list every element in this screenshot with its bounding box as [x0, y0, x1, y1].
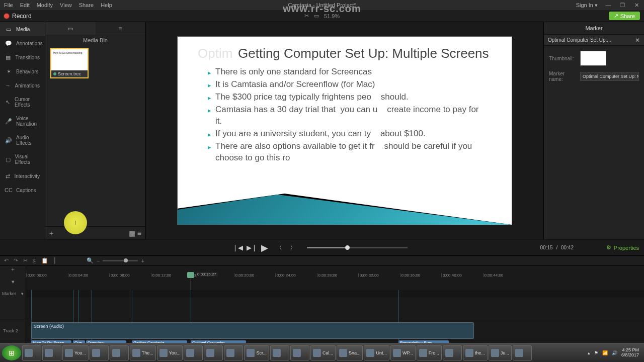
sidebar-item-audio-effects[interactable]: 🔊Audio Effects [0, 131, 45, 150]
canvas-slide[interactable]: Optim Getting Computer Set Up: Multiple … [178, 37, 512, 225]
playhead[interactable]: 0:00:15;27 [191, 273, 191, 290]
taskbar-item[interactable]: the... [463, 345, 488, 360]
undo-button[interactable]: ↶ [4, 257, 9, 264]
taskbar-item[interactable]: Unt... [364, 345, 389, 360]
add-track-button[interactable]: + [0, 266, 26, 273]
sidebar-item-animations[interactable]: →Animations [0, 78, 45, 93]
paste-button[interactable]: 📋 [41, 257, 48, 264]
sidebar-item-behaviors[interactable]: ✶Behaviors [0, 64, 45, 78]
props-close-button[interactable]: ✕ [631, 37, 644, 44]
sidebar-item-captions[interactable]: CCCaptions [0, 183, 45, 197]
taskbar-item[interactable]: You... [62, 345, 89, 360]
menu-modify[interactable]: Modify [37, 2, 53, 8]
taskbar-item[interactable]: Ju... [489, 345, 512, 360]
app-icon [92, 349, 100, 357]
menu-view[interactable]: View [60, 2, 72, 8]
list-view-button[interactable]: ≡ [137, 229, 141, 237]
play-button[interactable]: ▶ [261, 242, 269, 253]
taskbar-item[interactable]: The... [130, 345, 156, 360]
sidebar-item-cursor-effects[interactable]: ↖Cursor Effects [0, 93, 45, 112]
app-icon [65, 349, 73, 357]
prev-frame-button[interactable]: ❘◀ [232, 244, 240, 251]
mediabin-tab-library[interactable]: ≡ [96, 22, 146, 35]
window-title: Camtasia - Untitled Project* [288, 2, 356, 8]
taskbar-item[interactable]: Scr... [244, 345, 269, 360]
system-tray[interactable]: ▴ ⚑ 📶 🔊 4:25 PM 6/8/2017 [588, 348, 642, 358]
sidebar-item-media[interactable]: ▭Media [0, 22, 45, 36]
behaviors-icon: ✶ [5, 68, 12, 74]
close-button[interactable]: ✕ [633, 2, 640, 9]
app-icon [366, 349, 374, 357]
sidebar-item-visual-effects[interactable]: ▢Visual Effects [0, 150, 45, 169]
sidebar-item-annotations[interactable]: 💬Annotations [0, 36, 45, 50]
taskbar-item[interactable] [204, 345, 223, 360]
props-tab[interactable]: Optimal Computer Set Up:... [544, 35, 631, 45]
cursor-highlight: I [64, 211, 87, 234]
properties-panel: Marker Optimal Computer Set Up:... ✕ Thu… [543, 22, 644, 239]
properties-button[interactable]: ⚙ Properties [606, 244, 639, 251]
scrubber-handle[interactable] [345, 245, 350, 250]
redo-button[interactable]: ↷ [14, 257, 18, 264]
copy-button[interactable]: ⎘ [33, 258, 36, 264]
interactivity-icon: ⇄ [5, 173, 10, 179]
tray-flag-icon[interactable]: ⚑ [594, 350, 598, 355]
tray-volume-icon[interactable]: 🔊 [612, 350, 617, 355]
marker-row[interactable] [26, 290, 644, 297]
mediabin-tab-bin[interactable]: ▭ [45, 22, 96, 35]
taskbar-item[interactable] [184, 345, 203, 360]
minimize-button[interactable]: — [605, 2, 612, 8]
zoom-handle[interactable] [124, 258, 128, 262]
sign-in-button[interactable]: Sign In ▾ [576, 2, 598, 9]
canvas-icon[interactable]: ▭ [314, 13, 319, 19]
marker-row-toggle[interactable]: ▾ [21, 291, 24, 296]
menu-share[interactable]: Share [79, 2, 94, 8]
menu-edit[interactable]: Edit [20, 2, 30, 8]
sidebar-item-interactivity[interactable]: ⇄Interactivity [0, 169, 45, 183]
timeline-ruler[interactable]: 0;00:00;000;00:04;000;00:08;000;00:12;00… [26, 273, 644, 283]
start-button[interactable]: ⊞ [2, 345, 21, 360]
zoom-fit-button[interactable]: 🔍 [87, 257, 94, 264]
zoom-out-button[interactable]: − [97, 258, 100, 264]
taskbar-item[interactable] [513, 345, 532, 360]
track-2[interactable]: Screen (Audio) [26, 321, 644, 340]
taskbar-item[interactable] [224, 345, 243, 360]
track-2-label[interactable]: Track 2 [0, 321, 26, 340]
sidebar-item-transitions[interactable]: ▦Transitions [0, 50, 45, 64]
zoom-in-button[interactable]: + [141, 258, 144, 264]
menu-help[interactable]: Help [101, 2, 112, 8]
marker-name-input[interactable]: Optimal Computer Set Up: Multiple Sc [580, 72, 639, 81]
taskbar-item[interactable]: WP... [390, 345, 416, 360]
media-clip-thumbnail[interactable]: How To Do Screencasting Screen.trec [50, 48, 89, 78]
prev-marker-button[interactable]: 〈 [275, 243, 283, 252]
taskbar-item[interactable]: Sna... [337, 345, 363, 360]
taskbar-item[interactable]: Cal... [310, 345, 336, 360]
next-marker-button[interactable]: 〉 [289, 243, 297, 252]
add-media-button[interactable]: + [49, 229, 53, 237]
taskbar-item[interactable]: You... [157, 345, 183, 360]
grid-view-button[interactable]: ▦ [129, 229, 135, 237]
taskbar-item[interactable] [270, 345, 289, 360]
split-button[interactable]: ⎮ [53, 257, 56, 264]
taskbar-item[interactable] [443, 345, 462, 360]
next-frame-button[interactable]: ▶❘ [247, 244, 255, 251]
taskbar-item[interactable] [90, 345, 109, 360]
taskbar-item[interactable] [42, 345, 61, 360]
tray-chevron-icon[interactable]: ▴ [588, 350, 590, 355]
collapse-tracks-button[interactable]: ▾ [12, 279, 15, 285]
record-button[interactable]: Record [4, 13, 32, 20]
playback-scrubber[interactable] [307, 247, 408, 248]
tray-network-icon[interactable]: 📶 [602, 350, 608, 355]
audio-clip[interactable]: Screen (Audio) [31, 322, 474, 339]
menu-file[interactable]: File [4, 2, 13, 8]
taskbar-item[interactable]: Fro... [417, 345, 442, 360]
zoom-level[interactable]: 51.9% [324, 13, 340, 19]
zoom-slider[interactable] [103, 260, 138, 261]
sidebar-item-voice-narration[interactable]: 🎤Voice Narration [0, 112, 45, 131]
share-button[interactable]: ↗ Share [609, 12, 640, 20]
maximize-button[interactable]: ❐ [619, 2, 626, 9]
crop-icon[interactable]: ✂ [304, 13, 309, 19]
taskbar-item[interactable] [290, 345, 309, 360]
cut-button[interactable]: ✂ [23, 257, 28, 264]
taskbar-item[interactable] [110, 345, 129, 360]
taskbar-item[interactable] [22, 345, 41, 360]
